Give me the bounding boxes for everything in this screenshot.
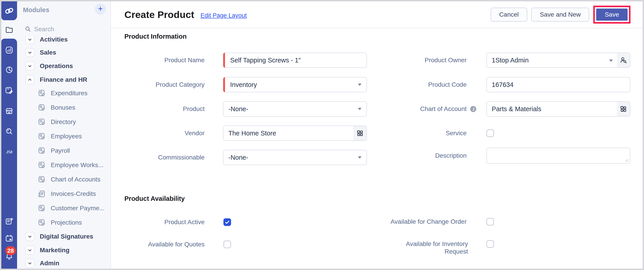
custom-module-icon (38, 176, 46, 184)
product-code-label: Product Code (354, 81, 466, 88)
save-and-new-button[interactable]: Save and New (531, 8, 589, 22)
sidebar-item-label: Employee Works... (51, 162, 103, 169)
custom-module-icon (38, 132, 46, 140)
section-product-availability: Product Availability (124, 195, 185, 202)
sidebar-item-customer-payments[interactable]: Customer Payme... (17, 202, 110, 214)
folder-icon (5, 25, 14, 34)
chevron-down-icon[interactable] (25, 259, 34, 268)
chart-of-account-lookup-button[interactable] (617, 102, 630, 116)
save-button-highlight: Save (593, 6, 630, 24)
sidebar-item-payroll[interactable]: Payroll (17, 144, 110, 157)
create-note-icon[interactable] (5, 217, 14, 226)
service-checkbox[interactable] (486, 130, 494, 137)
available-for-change-order-checkbox[interactable] (486, 218, 494, 226)
sidebar-item-chart-of-accounts[interactable]: Chart of Accounts (17, 173, 110, 186)
sidebar-item-marketing[interactable]: Marketing (17, 244, 110, 256)
sidebar-item-label: Invoices-Credits (51, 190, 96, 198)
chevron-down-icon[interactable] (25, 232, 34, 241)
chevron-down-icon[interactable] (25, 36, 34, 44)
crm-logo-icon (4, 6, 14, 16)
advanced-search-icon[interactable] (5, 127, 14, 136)
page-header: Create Product Edit Page Layout Cancel S… (111, 1, 643, 28)
sidebar-item-admin[interactable]: Admin (17, 257, 110, 269)
sidebar-item-employees[interactable]: Employees (17, 130, 110, 143)
owner-lookup-button[interactable] (617, 53, 630, 68)
edit-page-layout-link[interactable]: Edit Page Layout (200, 12, 247, 19)
sidebar-item-label: Finance and HR (40, 76, 87, 83)
product-code-field[interactable] (486, 77, 630, 92)
chevron-down-icon[interactable] (25, 48, 34, 57)
product-category-select[interactable]: Inventory (223, 77, 367, 92)
product-active-label: Product Active (111, 218, 204, 226)
service-label: Service (354, 130, 466, 137)
dashboard-icon[interactable] (5, 46, 14, 54)
add-module-button[interactable]: + (95, 4, 106, 15)
chevron-down-icon (609, 60, 613, 62)
analytics-pie-icon[interactable] (5, 66, 14, 74)
product-active-checkbox[interactable] (224, 218, 231, 226)
sidebar-item-finance-and-hr[interactable]: Finance and HR (17, 74, 110, 86)
product-name-input[interactable] (230, 56, 362, 64)
sidebar-item-operations[interactable]: Operations (17, 60, 110, 72)
modules-panel-title: Modules (23, 6, 50, 14)
chevron-down-icon[interactable] (25, 246, 34, 255)
search-icon (25, 26, 32, 32)
header-buttons: Cancel Save and New Save (491, 6, 630, 24)
chevron-up-icon[interactable] (25, 75, 34, 84)
product-select[interactable]: -None- (223, 101, 367, 116)
product-code-input[interactable] (492, 81, 625, 88)
chart-of-account-field[interactable] (486, 101, 630, 116)
available-for-inventory-request-checkbox[interactable] (486, 240, 494, 248)
sidebar-item-expenditures[interactable]: Expenditures (17, 87, 110, 100)
description-field[interactable] (486, 148, 630, 164)
crm-logo[interactable] (1, 1, 17, 20)
product-value: -None- (228, 105, 248, 113)
custom-module-icon (38, 118, 46, 126)
vendor-input[interactable] (228, 130, 351, 137)
custom-module-icon (38, 104, 46, 112)
sidebar-item-sales[interactable]: Sales (17, 46, 110, 59)
commissionable-select[interactable]: -None- (223, 150, 367, 165)
description-textarea[interactable] (487, 148, 630, 163)
info-icon[interactable]: i (470, 106, 476, 112)
chart-of-account-input[interactable] (492, 105, 614, 113)
sidebar-item-employee-works[interactable]: Employee Works... (17, 159, 110, 172)
custom-module-icon (38, 161, 46, 169)
sidebar-item-label: Payroll (51, 147, 70, 154)
save-button[interactable]: Save (596, 8, 628, 21)
custom-module-icon (38, 89, 46, 97)
invoice-module-icon (38, 190, 46, 198)
sidebar-item-label: Customer Payme... (51, 205, 105, 212)
vendor-field[interactable] (223, 126, 367, 141)
calendar-icon[interactable] (5, 234, 14, 242)
product-name-label: Product Name (111, 56, 204, 64)
modules-folder-tab-active[interactable] (1, 20, 17, 39)
sidebar-item-label: Employees (51, 133, 82, 140)
sidebar-item-bonuses[interactable]: Bonuses (17, 101, 110, 114)
product-category-label: Product Category (111, 81, 204, 88)
sidebar-item-activities[interactable]: Activities (17, 36, 110, 46)
custom-module-icon (38, 204, 46, 212)
sidebar-item-label: Admin (40, 260, 59, 267)
cancel-button[interactable]: Cancel (491, 8, 527, 22)
chevron-down-icon[interactable] (25, 62, 34, 70)
sidebar-item-digital-signatures[interactable]: Digital Signatures (17, 230, 110, 243)
module-search[interactable]: Search (17, 22, 110, 36)
sidebar-item-directory[interactable]: Directory (17, 116, 110, 128)
custom-module-icon (38, 218, 46, 227)
product-owner-field[interactable]: 1Stop Admin (486, 52, 630, 68)
product-name-field[interactable] (223, 52, 367, 68)
calendar-edit-icon[interactable] (5, 86, 14, 94)
commissionable-value: -None- (228, 154, 248, 161)
sidebar-item-label: Operations (40, 62, 73, 70)
sidebar-item-projections[interactable]: Projections (17, 216, 110, 229)
zia-icon[interactable]: zia (5, 147, 14, 156)
product-owner-value: 1Stop Admin (492, 56, 528, 64)
available-for-quotes-checkbox[interactable] (224, 240, 231, 248)
product-owner-label: Product Owner (354, 56, 466, 64)
marketplace-store-icon[interactable] (5, 107, 14, 116)
sidebar-item-invoices-credits[interactable]: Invoices-Credits (17, 188, 110, 200)
header-divider (111, 28, 643, 28)
resize-handle-icon[interactable] (624, 157, 628, 162)
section-product-information: Product Information (124, 33, 186, 40)
